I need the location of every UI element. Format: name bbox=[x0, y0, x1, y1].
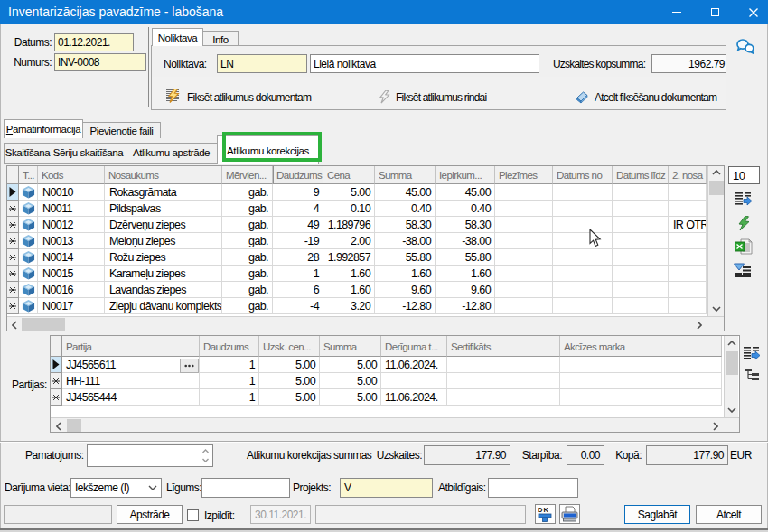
svg-text:D K: D K bbox=[538, 506, 549, 514]
